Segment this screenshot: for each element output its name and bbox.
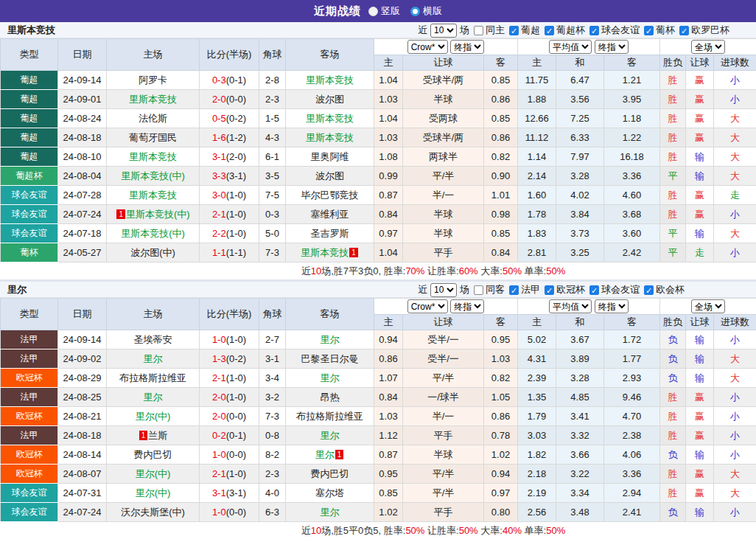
- match-table: 类型日期主场比分(半场)角球客场Crow* 终指平均值 终指全场主让球客主和客胜…: [0, 298, 756, 522]
- europe-away-odds: 1.18: [604, 109, 660, 128]
- match-date: 24-08-18: [58, 128, 107, 147]
- final-odds-select[interactable]: 终指: [595, 40, 629, 54]
- corners-cell: 7-3: [259, 407, 286, 426]
- league-checkbox[interactable]: ✓: [589, 285, 599, 295]
- result-outcome: 胜: [660, 147, 686, 167]
- radio-horizontal[interactable]: 横版: [410, 4, 442, 18]
- handicap-home-odds: 1.04: [374, 243, 403, 262]
- handicap-away-odds: 0.86: [484, 128, 518, 147]
- focus-team-cell: 里尔: [286, 330, 374, 350]
- score-cell: 2-2(1-0): [200, 224, 259, 243]
- europe-home-odds: 2.18: [518, 465, 556, 484]
- league-checkbox[interactable]: ✓: [545, 26, 554, 35]
- team-name-text: 里奥阿维: [311, 151, 349, 162]
- odds-source-select[interactable]: Crow*: [407, 299, 448, 313]
- recent-count-select[interactable]: 10: [430, 283, 457, 297]
- same-venue-checkbox[interactable]: [474, 285, 483, 295]
- average-select[interactable]: 平均值: [549, 299, 592, 313]
- team-name-text: 圣吉罗斯: [311, 228, 349, 239]
- league-checkbox-label: 球会友谊: [601, 24, 640, 37]
- result-goals: 小: [714, 205, 756, 224]
- team-name-text: 里尔: [321, 430, 340, 441]
- focus-team-cell: 里斯本竞技: [286, 109, 374, 128]
- team-name-text: 里尔(中): [136, 487, 171, 498]
- europe-draw-odds: 3.89: [556, 350, 604, 369]
- handicap-odds-group-header: Crow* 终指: [374, 299, 518, 315]
- europe-home-odds: 2.14: [518, 167, 556, 186]
- result-handicap: 赢: [686, 465, 714, 484]
- team-cell: 沃尔夫斯堡(中): [107, 503, 200, 522]
- league-checkbox[interactable]: ✓: [644, 26, 654, 35]
- handicap-home-odds: 0.97: [374, 224, 403, 243]
- score-cell: 2-0(0-0): [200, 90, 259, 109]
- halftime-score: (1-0): [226, 334, 246, 345]
- europe-away-odds: 1.77: [604, 350, 660, 369]
- column-header: 类型: [1, 39, 58, 71]
- final-odds-select[interactable]: 终指: [595, 299, 629, 313]
- scope-select[interactable]: 全场: [691, 299, 725, 313]
- result-handicap: 输: [686, 503, 714, 522]
- europe-draw-odds: 3.48: [556, 503, 604, 522]
- europe-draw-odds: 6.33: [556, 128, 604, 147]
- halftime-score: (0-1): [226, 74, 246, 86]
- match-date: 24-07-31: [58, 484, 107, 503]
- team-name-text: 里斯本竞技(中): [126, 209, 190, 220]
- result-goals: 小: [714, 407, 756, 426]
- handicap-away-odds: 0.98: [484, 205, 518, 224]
- score-cell: 1-1(1-1): [200, 243, 259, 262]
- league-checkbox[interactable]: ✓: [679, 26, 689, 35]
- table-row: 葡杯24-05-27波尔图(中)1-1(1-1)7-3里斯本竞技11.04平手0…: [1, 243, 756, 262]
- odds-source-select[interactable]: Crow*: [407, 40, 448, 54]
- sub-column-header: 让球: [686, 55, 714, 71]
- europe-draw-odds: 3.28: [556, 369, 604, 388]
- league-checkbox[interactable]: ✓: [509, 285, 519, 295]
- europe-odds-group-header: 平均值 终指: [518, 39, 660, 55]
- league-checkbox[interactable]: ✓: [644, 285, 654, 295]
- recent-count-select[interactable]: 10: [430, 24, 457, 38]
- scope-select[interactable]: 全场: [691, 40, 725, 54]
- team-section: 里尔近10场同客✓法甲✓欧冠杯✓球会友谊✓欧会杯类型日期主场比分(半场)角球客场…: [0, 279, 756, 539]
- corners-cell: 5-0: [259, 224, 286, 243]
- fulltime-score: 3-1: [212, 151, 226, 162]
- final-odds-select[interactable]: 终指: [450, 299, 484, 313]
- fulltime-score: 2-1: [212, 468, 226, 479]
- match-date: 24-08-07: [58, 465, 107, 484]
- handicap-away-odds: 0.78: [484, 426, 518, 445]
- table-row: 欧冠杯24-08-07里尔(中)2-1(1-0)2-3费内巴切0.95平/半0.…: [1, 465, 756, 484]
- league-checkbox[interactable]: ✓: [509, 26, 519, 35]
- team-cell: 葡萄牙国民: [107, 128, 200, 147]
- result-outcome: 胜: [660, 90, 686, 109]
- league-checkbox[interactable]: ✓: [589, 26, 599, 35]
- score-cell: 2-0(0-0): [200, 407, 259, 426]
- summary-stat-value: 50%: [459, 525, 478, 536]
- near-label: 近: [418, 24, 427, 37]
- same-venue-checkbox[interactable]: [474, 26, 483, 35]
- europe-draw-odds: 3.84: [556, 205, 604, 224]
- radio-unselected-icon[interactable]: [410, 7, 420, 16]
- fulltime-score: 1-6: [212, 132, 226, 143]
- section-team-name: 里斯本竞技: [7, 24, 55, 37]
- column-header: 日期: [58, 39, 107, 71]
- league-checkbox-label: 葡超: [521, 24, 540, 37]
- match-date: 24-08-25: [58, 388, 107, 407]
- league-badge: 葡杯: [1, 243, 58, 262]
- europe-draw-odds: 7.97: [556, 147, 604, 167]
- average-select[interactable]: 平均值: [549, 40, 592, 54]
- summary-text: 让胜率:: [424, 265, 458, 277]
- focus-team-cell: 1里斯本竞技(中): [107, 205, 200, 224]
- fulltime-score: 0-5: [212, 113, 226, 124]
- league-checkbox[interactable]: ✓: [545, 285, 554, 295]
- radio-selected-icon[interactable]: [368, 7, 378, 16]
- europe-home-odds: 11.75: [518, 71, 556, 90]
- red-card-badge: 1: [349, 248, 358, 257]
- radio-vertical[interactable]: 竖版: [368, 4, 400, 18]
- sub-column-header: 进球数: [714, 55, 756, 71]
- final-odds-select[interactable]: 终指: [450, 40, 484, 54]
- sub-column-header: 进球数: [714, 315, 756, 330]
- league-badge: 葡超: [1, 128, 58, 147]
- score-cell: 1-0(0-0): [200, 445, 259, 465]
- result-goals: 大: [714, 465, 756, 484]
- filter-block: 近10场同客✓法甲✓欧冠杯✓球会友谊✓欧会杯: [418, 282, 685, 298]
- europe-draw-odds: 4.85: [556, 388, 604, 407]
- team-name-text: 里尔: [144, 353, 163, 364]
